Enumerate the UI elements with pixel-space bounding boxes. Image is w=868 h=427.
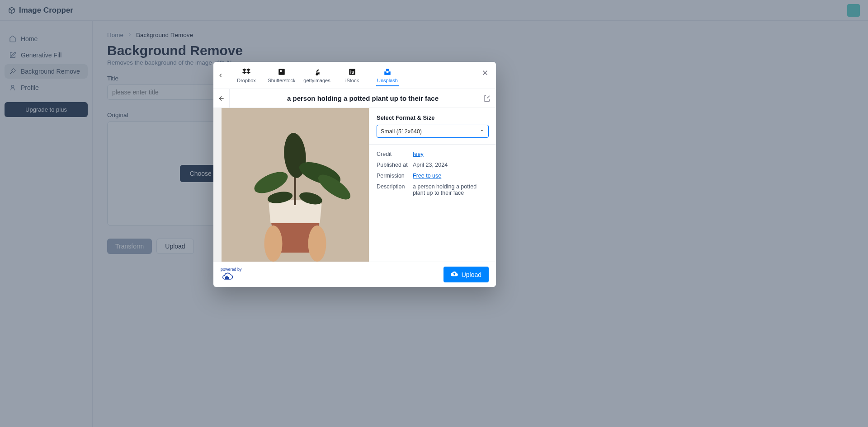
tab-istock[interactable]: iS iStock [335, 65, 370, 86]
image-title: a person holding a potted plant up to th… [230, 94, 496, 102]
svg-point-12 [308, 225, 326, 262]
meta-key: Credit [377, 151, 413, 157]
getty-icon [313, 68, 321, 76]
tab-gettyimages[interactable]: gettyimages [299, 65, 335, 86]
svg-rect-2 [280, 70, 282, 72]
file-picker-modal: Dropbox Shutterstock gettyimages iS iSto… [213, 62, 496, 287]
tab-label: Dropbox [237, 78, 256, 83]
tab-dropbox[interactable]: Dropbox [229, 65, 264, 86]
preview-pane [213, 108, 369, 262]
modal-body: Select Format & Size Small (512x640) Cre… [213, 108, 496, 262]
tab-shutterstock[interactable]: Shutterstock [264, 65, 299, 86]
meta-description-row: Description a person holding a potted pl… [377, 183, 489, 196]
svg-text:iS: iS [350, 70, 354, 74]
header-back-button[interactable] [213, 62, 228, 89]
permission-link[interactable]: Free to use [413, 173, 441, 179]
tab-label: Unsplash [377, 78, 398, 83]
meta-published-row: Published at April 23, 2024 [377, 162, 489, 168]
back-button[interactable] [213, 89, 230, 108]
meta-key: Permission [377, 173, 413, 179]
close-button[interactable] [480, 67, 491, 78]
shutterstock-icon [278, 68, 286, 76]
cloud-upload-icon [451, 270, 458, 279]
tab-label: gettyimages [303, 78, 330, 83]
svg-point-11 [264, 225, 283, 262]
thumbnail-scroll[interactable] [213, 108, 222, 262]
meta-permission-row: Permission Free to use [377, 173, 489, 179]
meta-value: April 23, 2024 [413, 162, 489, 168]
svg-rect-19 [226, 277, 226, 279]
format-select[interactable]: Small (512x640) [377, 125, 489, 138]
credit-link[interactable]: feey [413, 151, 424, 157]
tab-label: Shutterstock [268, 78, 295, 83]
upload-button-label: Upload [462, 271, 481, 278]
modal-header: Dropbox Shutterstock gettyimages iS iSto… [213, 62, 496, 89]
upload-button[interactable]: Upload [443, 267, 489, 282]
details-pane: Select Format & Size Small (512x640) Cre… [369, 108, 496, 262]
meta-key: Published at [377, 162, 413, 168]
format-selected-value: Small (512x640) [381, 128, 422, 135]
meta-credit-row: Credit feey [377, 151, 489, 157]
caret-down-icon [479, 128, 485, 135]
unsplash-icon [383, 68, 392, 76]
svg-point-3 [316, 73, 318, 75]
svg-rect-21 [228, 277, 229, 278]
istock-icon: iS [348, 68, 356, 76]
powered-by-label: powered by [221, 267, 242, 272]
meta-key: Description [377, 183, 413, 196]
format-section-label: Select Format & Size [377, 114, 489, 121]
tab-unsplash[interactable]: Unsplash [370, 65, 405, 86]
meta-value: a person holding a potted plant up to th… [413, 183, 489, 196]
source-tabs: Dropbox Shutterstock gettyimages iS iSto… [228, 65, 496, 86]
open-external-button[interactable] [483, 89, 491, 108]
preview-image [222, 108, 369, 262]
tab-label: iStock [345, 78, 359, 83]
image-title-bar: a person holding a potted plant up to th… [213, 89, 496, 108]
svg-rect-20 [226, 276, 227, 279]
powered-by: powered by [221, 267, 242, 282]
dropbox-icon [242, 68, 250, 76]
modal-footer: powered by Upload [213, 262, 496, 287]
cloud-icon [221, 272, 233, 282]
